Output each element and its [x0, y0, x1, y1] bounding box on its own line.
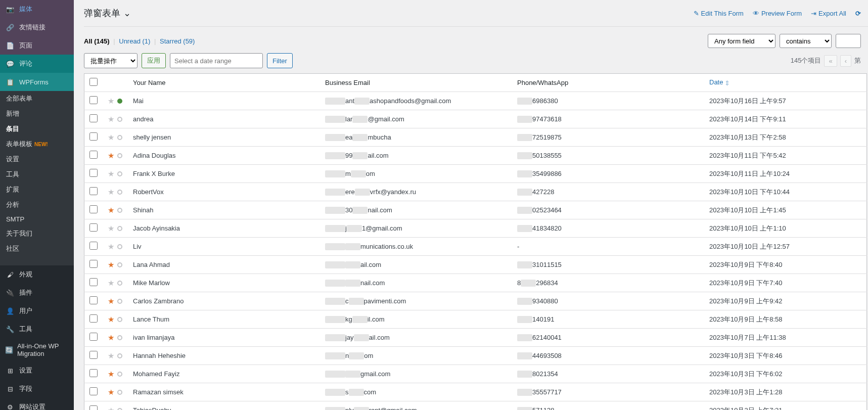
read-indicator[interactable] — [117, 335, 122, 340]
row-checkbox[interactable] — [89, 296, 98, 304]
star-icon[interactable]: ★ — [108, 406, 114, 411]
table-row[interactable]: ★Adina Douglas99ail.com501385552023年10月1… — [84, 147, 867, 165]
row-checkbox[interactable] — [89, 205, 98, 213]
table-row[interactable]: ★Lance Thumkgil.com1401912023年10月9日 上午8:… — [84, 310, 867, 329]
row-checkbox[interactable] — [89, 151, 98, 159]
table-row[interactable]: ★TobiasDuabyplyrent@gmail.com5711382023年… — [84, 401, 867, 411]
search-field-select[interactable]: Any form field — [708, 34, 775, 48]
row-checkbox[interactable] — [89, 187, 98, 195]
sidebar-item[interactable]: 🖌外观 — [0, 265, 74, 284]
star-icon[interactable]: ★ — [108, 333, 114, 342]
refresh-icon[interactable]: ⟳ — [855, 10, 861, 17]
star-icon[interactable]: ★ — [108, 260, 114, 269]
sidebar-sub-item[interactable]: 关于我们 — [0, 226, 74, 241]
read-indicator[interactable] — [117, 390, 122, 395]
column-email[interactable]: Business Email — [320, 74, 512, 92]
column-date[interactable]: Date⇕ — [704, 74, 867, 92]
star-icon[interactable]: ★ — [108, 388, 114, 396]
sidebar-item[interactable]: 🔗友情链接 — [0, 18, 74, 36]
row-checkbox[interactable] — [89, 260, 98, 268]
sidebar-sub-item[interactable]: 条目 — [0, 121, 74, 136]
read-indicator[interactable] — [117, 353, 122, 358]
export-all-link[interactable]: ⇥Export All — [811, 10, 846, 17]
sidebar-item[interactable]: ⚙网站设置 — [0, 398, 74, 410]
table-row[interactable]: ★shelly jenseneambucha725198752023年10月13… — [84, 128, 867, 147]
edit-form-link[interactable]: ✎Edit This Form — [694, 10, 744, 17]
read-indicator[interactable] — [117, 299, 122, 304]
row-checkbox[interactable] — [89, 242, 98, 250]
search-value-input[interactable] — [836, 34, 861, 48]
row-checkbox[interactable] — [89, 169, 98, 177]
row-checkbox[interactable] — [89, 132, 98, 141]
sidebar-item[interactable]: ⊟字段 — [0, 380, 74, 398]
chevron-down-icon[interactable]: ⌄ — [123, 8, 131, 19]
filter-unread[interactable]: Unread (1) — [119, 37, 150, 45]
first-page-button[interactable]: « — [824, 55, 837, 67]
date-range-input[interactable] — [170, 53, 263, 68]
sidebar-item[interactable]: 🔌插件 — [0, 284, 74, 302]
star-icon[interactable]: ★ — [108, 224, 114, 233]
table-row[interactable]: ★Shinah30nail.com025234642023年10月10日 上午1… — [84, 201, 867, 219]
read-indicator[interactable] — [117, 372, 122, 377]
filter-starred[interactable]: Starred (59) — [160, 37, 195, 45]
sidebar-sub-item[interactable]: 全部表单 — [0, 91, 74, 106]
table-row[interactable]: ★andrealar@gmail.com974736182023年10月14日 … — [84, 110, 867, 128]
table-row[interactable]: ★Hannah Heheshienom446935082023年10月3日 下午… — [84, 347, 867, 365]
sidebar-item[interactable]: 📷媒体 — [0, 0, 74, 18]
sidebar-item-comments[interactable]: 💬 评论 — [0, 55, 74, 73]
select-all-checkbox[interactable] — [89, 78, 98, 86]
read-indicator[interactable] — [117, 226, 122, 231]
row-checkbox[interactable] — [89, 96, 98, 104]
bulk-action-select[interactable]: 批量操作 — [84, 53, 138, 68]
row-checkbox[interactable] — [89, 351, 98, 359]
sidebar-item[interactable]: 📄页面 — [0, 36, 74, 55]
column-name[interactable]: Your Name — [128, 74, 320, 92]
sidebar-sub-item[interactable]: 工具 — [0, 167, 74, 182]
row-checkbox[interactable] — [89, 333, 98, 341]
sidebar-sub-item[interactable]: 新增 — [0, 106, 74, 121]
search-condition-select[interactable]: contains — [780, 34, 832, 48]
sidebar-sub-item[interactable]: 设置 — [0, 152, 74, 167]
star-icon[interactable]: ★ — [108, 279, 114, 287]
table-row[interactable]: ★Ramazan simsekscom355577172023年10月3日 上午… — [84, 383, 867, 401]
sidebar-sub-item[interactable]: 扩展 — [0, 182, 74, 197]
read-indicator[interactable] — [117, 153, 122, 158]
sidebar-item[interactable]: ⊞设置 — [0, 361, 74, 380]
filter-all[interactable]: All (145) — [84, 37, 110, 45]
sidebar-sub-item[interactable]: SMTP — [0, 212, 74, 226]
star-icon[interactable]: ★ — [108, 169, 114, 178]
table-row[interactable]: ★RobertVoxerevrfx@yandex.ru4272282023年10… — [84, 183, 867, 201]
row-checkbox[interactable] — [89, 369, 98, 377]
read-indicator[interactable] — [117, 244, 122, 249]
sidebar-item-wpforms[interactable]: 📋 WPForms — [0, 73, 74, 91]
table-row[interactable]: ★Maiantashopandfoods@gmail.com6986380202… — [84, 92, 867, 110]
sidebar-sub-item[interactable]: 分析 — [0, 197, 74, 212]
row-checkbox[interactable] — [89, 314, 98, 323]
read-indicator[interactable] — [117, 317, 122, 322]
table-row[interactable]: ★Mohamed Fayizgmail.com80213542023年10月3日… — [84, 365, 867, 383]
row-checkbox[interactable] — [89, 387, 98, 395]
read-indicator[interactable] — [117, 117, 122, 122]
read-indicator[interactable] — [117, 135, 122, 140]
table-row[interactable]: ★Frank X Burkemom354998862023年10月11日 上午1… — [84, 165, 867, 183]
sidebar-item[interactable]: 🔧工具 — [0, 320, 74, 338]
table-row[interactable]: ★ivan limanjayajayail.com621400412023年10… — [84, 329, 867, 347]
column-phone[interactable]: Phone/WhatsApp — [512, 74, 704, 92]
prev-page-button[interactable]: ‹ — [840, 55, 851, 67]
table-row[interactable]: ★Jacob Ayinsakiaj1@gmail.com418348202023… — [84, 219, 867, 238]
filter-button[interactable]: Filter — [267, 53, 293, 68]
read-indicator[interactable] — [117, 208, 122, 213]
sidebar-sub-item[interactable]: 社区 — [0, 241, 74, 256]
read-indicator[interactable] — [117, 408, 122, 411]
table-row[interactable]: ★Mike Marlownail.com82968342023年10月9日 下午… — [84, 274, 867, 292]
star-icon[interactable]: ★ — [108, 151, 114, 160]
sidebar-item[interactable]: 🔄All-in-One WP Migration — [0, 338, 74, 361]
read-indicator[interactable] — [117, 171, 122, 176]
sidebar-item[interactable]: 👤用户 — [0, 302, 74, 320]
star-icon[interactable]: ★ — [108, 133, 114, 142]
star-icon[interactable]: ★ — [108, 188, 114, 196]
star-icon[interactable]: ★ — [108, 297, 114, 305]
star-icon[interactable]: ★ — [108, 97, 114, 105]
star-icon[interactable]: ★ — [108, 370, 114, 378]
read-indicator[interactable] — [117, 190, 122, 195]
